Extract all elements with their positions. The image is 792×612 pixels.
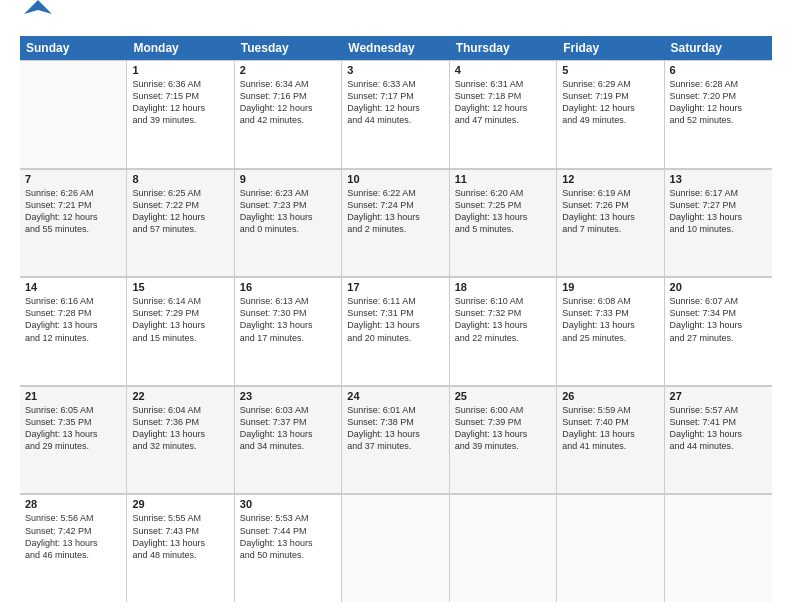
calendar-cell: [342, 494, 449, 602]
cell-info-line: Daylight: 13 hours: [25, 428, 121, 440]
cell-info-line: and 2 minutes.: [347, 223, 443, 235]
cell-info-line: Sunrise: 6:07 AM: [670, 295, 767, 307]
day-number: 27: [670, 390, 767, 402]
cell-info-line: Sunset: 7:41 PM: [670, 416, 767, 428]
cell-info-line: Daylight: 13 hours: [240, 428, 336, 440]
cell-info-line: Sunrise: 5:57 AM: [670, 404, 767, 416]
day-number: 15: [132, 281, 228, 293]
cell-info-line: and 5 minutes.: [455, 223, 551, 235]
svg-marker-0: [24, 0, 52, 14]
cell-info-line: Daylight: 13 hours: [562, 319, 658, 331]
cell-info-line: and 32 minutes.: [132, 440, 228, 452]
cell-info-line: Sunrise: 6:16 AM: [25, 295, 121, 307]
weekday-header: Saturday: [665, 36, 772, 60]
cell-info-line: Sunrise: 6:31 AM: [455, 78, 551, 90]
weekday-header: Wednesday: [342, 36, 449, 60]
cell-info-line: Sunrise: 6:10 AM: [455, 295, 551, 307]
cell-info-line: and 47 minutes.: [455, 114, 551, 126]
cell-info-line: Sunrise: 6:00 AM: [455, 404, 551, 416]
calendar-row: 28Sunrise: 5:56 AMSunset: 7:42 PMDayligh…: [20, 494, 772, 602]
calendar-cell: 22Sunrise: 6:04 AMSunset: 7:36 PMDayligh…: [127, 386, 234, 494]
cell-info-line: Sunrise: 5:59 AM: [562, 404, 658, 416]
cell-info-line: and 39 minutes.: [132, 114, 228, 126]
day-number: 1: [132, 64, 228, 76]
cell-info-line: Sunset: 7:42 PM: [25, 525, 121, 537]
cell-info-line: and 50 minutes.: [240, 549, 336, 561]
cell-info-line: Sunrise: 6:26 AM: [25, 187, 121, 199]
page: SundayMondayTuesdayWednesdayThursdayFrid…: [0, 0, 792, 612]
calendar-cell: 14Sunrise: 6:16 AMSunset: 7:28 PMDayligh…: [20, 277, 127, 385]
calendar-cell: 23Sunrise: 6:03 AMSunset: 7:37 PMDayligh…: [235, 386, 342, 494]
cell-info-line: Daylight: 13 hours: [347, 211, 443, 223]
cell-info-line: Sunset: 7:23 PM: [240, 199, 336, 211]
day-number: 11: [455, 173, 551, 185]
cell-info-line: Sunset: 7:30 PM: [240, 307, 336, 319]
cell-info-line: Sunrise: 6:33 AM: [347, 78, 443, 90]
calendar-cell: 19Sunrise: 6:08 AMSunset: 7:33 PMDayligh…: [557, 277, 664, 385]
cell-info-line: and 27 minutes.: [670, 332, 767, 344]
calendar-cell: 2Sunrise: 6:34 AMSunset: 7:16 PMDaylight…: [235, 60, 342, 168]
calendar-row: 7Sunrise: 6:26 AMSunset: 7:21 PMDaylight…: [20, 169, 772, 278]
cell-info-line: Sunrise: 6:34 AM: [240, 78, 336, 90]
cell-info-line: Sunset: 7:40 PM: [562, 416, 658, 428]
day-number: 18: [455, 281, 551, 293]
cell-info-line: and 15 minutes.: [132, 332, 228, 344]
calendar-cell: 25Sunrise: 6:00 AMSunset: 7:39 PMDayligh…: [450, 386, 557, 494]
calendar-row: 14Sunrise: 6:16 AMSunset: 7:28 PMDayligh…: [20, 277, 772, 386]
cell-info-line: Sunrise: 6:14 AM: [132, 295, 228, 307]
calendar-cell: 12Sunrise: 6:19 AMSunset: 7:26 PMDayligh…: [557, 169, 664, 277]
weekday-header: Thursday: [450, 36, 557, 60]
day-number: 14: [25, 281, 121, 293]
logo: [20, 18, 52, 28]
calendar-cell: 17Sunrise: 6:11 AMSunset: 7:31 PMDayligh…: [342, 277, 449, 385]
cell-info-line: Sunrise: 6:11 AM: [347, 295, 443, 307]
cell-info-line: and 39 minutes.: [455, 440, 551, 452]
cell-info-line: and 37 minutes.: [347, 440, 443, 452]
cell-info-line: Daylight: 13 hours: [562, 211, 658, 223]
cell-info-line: Sunset: 7:32 PM: [455, 307, 551, 319]
cell-info-line: Sunset: 7:29 PM: [132, 307, 228, 319]
cell-info-line: Sunrise: 6:04 AM: [132, 404, 228, 416]
cell-info-line: Sunrise: 6:17 AM: [670, 187, 767, 199]
cell-info-line: Sunset: 7:37 PM: [240, 416, 336, 428]
cell-info-line: Sunset: 7:28 PM: [25, 307, 121, 319]
day-number: 2: [240, 64, 336, 76]
day-number: 19: [562, 281, 658, 293]
cell-info-line: Sunrise: 5:55 AM: [132, 512, 228, 524]
cell-info-line: Sunset: 7:19 PM: [562, 90, 658, 102]
cell-info-line: Daylight: 12 hours: [132, 102, 228, 114]
cell-info-line: Daylight: 13 hours: [670, 211, 767, 223]
calendar-body: 1Sunrise: 6:36 AMSunset: 7:15 PMDaylight…: [20, 60, 772, 602]
day-number: 3: [347, 64, 443, 76]
cell-info-line: Sunrise: 6:29 AM: [562, 78, 658, 90]
cell-info-line: Sunset: 7:43 PM: [132, 525, 228, 537]
calendar-cell: [450, 494, 557, 602]
cell-info-line: Sunset: 7:31 PM: [347, 307, 443, 319]
cell-info-line: Sunrise: 5:53 AM: [240, 512, 336, 524]
cell-info-line: Daylight: 13 hours: [347, 319, 443, 331]
cell-info-line: Daylight: 12 hours: [240, 102, 336, 114]
day-number: 13: [670, 173, 767, 185]
calendar-row: 21Sunrise: 6:05 AMSunset: 7:35 PMDayligh…: [20, 386, 772, 495]
calendar-cell: 24Sunrise: 6:01 AMSunset: 7:38 PMDayligh…: [342, 386, 449, 494]
calendar-cell: 28Sunrise: 5:56 AMSunset: 7:42 PMDayligh…: [20, 494, 127, 602]
calendar-cell: 1Sunrise: 6:36 AMSunset: 7:15 PMDaylight…: [127, 60, 234, 168]
cell-info-line: Daylight: 13 hours: [240, 537, 336, 549]
calendar-cell: 26Sunrise: 5:59 AMSunset: 7:40 PMDayligh…: [557, 386, 664, 494]
cell-info-line: and 49 minutes.: [562, 114, 658, 126]
cell-info-line: Daylight: 13 hours: [347, 428, 443, 440]
cell-info-line: Sunset: 7:36 PM: [132, 416, 228, 428]
cell-info-line: and 20 minutes.: [347, 332, 443, 344]
cell-info-line: Daylight: 13 hours: [132, 319, 228, 331]
calendar-cell: [557, 494, 664, 602]
day-number: 12: [562, 173, 658, 185]
calendar-cell: 8Sunrise: 6:25 AMSunset: 7:22 PMDaylight…: [127, 169, 234, 277]
cell-info-line: Daylight: 13 hours: [455, 428, 551, 440]
cell-info-line: Daylight: 13 hours: [455, 319, 551, 331]
cell-info-line: Daylight: 12 hours: [347, 102, 443, 114]
cell-info-line: and 44 minutes.: [347, 114, 443, 126]
cell-info-line: Sunset: 7:16 PM: [240, 90, 336, 102]
cell-info-line: Daylight: 13 hours: [25, 319, 121, 331]
calendar-cell: 7Sunrise: 6:26 AMSunset: 7:21 PMDaylight…: [20, 169, 127, 277]
cell-info-line: Sunset: 7:35 PM: [25, 416, 121, 428]
